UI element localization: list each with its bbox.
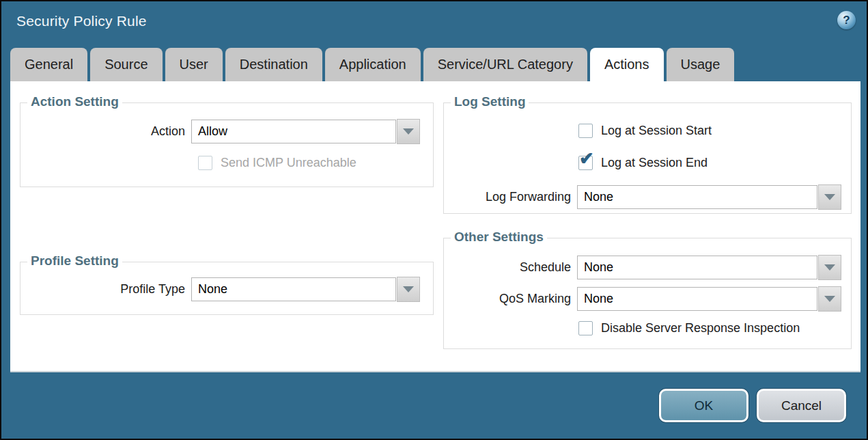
send-icmp-label: Send ICMP Unreachable xyxy=(221,156,356,170)
profile-setting-legend: Profile Setting xyxy=(27,253,122,269)
schedule-label: Schedule xyxy=(452,260,571,275)
tab-destination[interactable]: Destination xyxy=(225,48,322,81)
tab-general[interactable]: General xyxy=(10,48,87,81)
tab-actions[interactable]: Actions xyxy=(590,48,664,81)
qos-marking-combo: None xyxy=(577,286,841,312)
log-forwarding-label: Log Forwarding xyxy=(452,190,571,204)
cancel-button[interactable]: Cancel xyxy=(757,389,846,422)
ok-button[interactable]: OK xyxy=(659,389,748,422)
schedule-row: Schedule None xyxy=(452,255,841,280)
action-combo: Allow xyxy=(191,119,420,144)
other-settings-legend: Other Settings xyxy=(451,230,547,245)
dsri-row: Disable Server Response Inspection xyxy=(578,321,800,335)
other-settings-fieldset: Other Settings Schedule None QoS Marking… xyxy=(443,238,852,349)
log-forwarding-select[interactable]: None xyxy=(577,185,817,209)
tab-application[interactable]: Application xyxy=(325,48,421,81)
action-setting-legend: Action Setting xyxy=(27,94,122,109)
checkmark-icon: ✔ xyxy=(579,150,594,167)
tab-bar: General Source User Destination Applicat… xyxy=(10,48,734,81)
qos-marking-row: QoS Marking None xyxy=(452,286,841,312)
action-row: Action Allow xyxy=(20,119,420,144)
tab-source[interactable]: Source xyxy=(90,48,162,81)
log-session-end-label: Log at Session End xyxy=(601,156,708,170)
profile-type-dropdown-button[interactable] xyxy=(397,277,420,302)
profile-type-combo: None xyxy=(191,277,420,302)
qos-marking-dropdown-button[interactable] xyxy=(818,286,841,312)
log-setting-fieldset: Log Setting Log at Session Start ✔ Log a… xyxy=(443,102,852,214)
action-dropdown-button[interactable] xyxy=(397,119,420,144)
log-session-end-checkbox[interactable]: ✔ xyxy=(578,156,593,170)
send-icmp-checkbox xyxy=(198,156,212,170)
action-label: Action xyxy=(20,124,185,139)
chevron-down-icon xyxy=(403,286,414,292)
chevron-down-icon xyxy=(403,128,414,135)
action-select[interactable]: Allow xyxy=(191,120,396,143)
chevron-down-icon xyxy=(824,194,835,200)
schedule-select[interactable]: None xyxy=(577,256,817,279)
profile-type-select[interactable]: None xyxy=(191,277,396,301)
dialog-title: Security Policy Rule xyxy=(16,13,147,29)
chevron-down-icon xyxy=(824,296,835,302)
schedule-dropdown-button[interactable] xyxy=(818,255,841,280)
log-session-end-row: ✔ Log at Session End xyxy=(578,156,708,170)
tab-service-url-category[interactable]: Service/URL Category xyxy=(423,48,587,81)
help-icon[interactable]: ? xyxy=(837,11,856,29)
chevron-down-icon xyxy=(824,264,835,271)
qos-marking-select[interactable]: None xyxy=(577,287,817,311)
qos-marking-label: QoS Marking xyxy=(452,292,571,306)
log-session-start-checkbox[interactable] xyxy=(578,124,593,138)
profile-type-label: Profile Type xyxy=(20,282,185,297)
log-forwarding-row: Log Forwarding None xyxy=(452,184,841,210)
help-icon-glyph: ? xyxy=(843,14,850,27)
dsri-label: Disable Server Response Inspection xyxy=(601,321,800,335)
log-setting-legend: Log Setting xyxy=(451,94,529,109)
log-session-start-label: Log at Session Start xyxy=(601,124,712,138)
log-forwarding-dropdown-button[interactable] xyxy=(818,184,841,210)
tab-usage[interactable]: Usage xyxy=(667,48,735,81)
profile-type-row: Profile Type None xyxy=(20,277,420,302)
profile-setting-fieldset: Profile Setting Profile Type None xyxy=(20,262,434,315)
send-icmp-row: Send ICMP Unreachable xyxy=(198,156,356,170)
log-forwarding-combo: None xyxy=(577,184,841,210)
security-policy-rule-dialog: Security Policy Rule ? General Source Us… xyxy=(0,0,868,440)
action-setting-fieldset: Action Setting Action Allow Send ICMP Un… xyxy=(20,102,434,187)
actions-tab-panel: Action Setting Action Allow Send ICMP Un… xyxy=(10,81,860,372)
tab-user[interactable]: User xyxy=(165,48,223,81)
schedule-combo: None xyxy=(577,255,841,280)
log-session-start-row: Log at Session Start xyxy=(578,124,712,138)
dsri-checkbox[interactable] xyxy=(578,321,593,335)
